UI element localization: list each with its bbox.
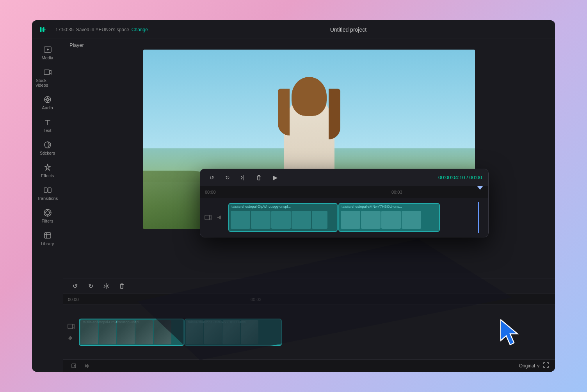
stickers-icon <box>43 141 52 149</box>
top-bar: 17:50:35 Saved in YEUNG's space Change U… <box>32 20 555 39</box>
sidebar-item-library[interactable]: Library <box>34 228 61 249</box>
sidebar-label-media: Media <box>42 55 53 60</box>
undo-button[interactable]: ↺ <box>69 281 80 292</box>
popup-play-button[interactable]: ▶ <box>269 171 281 184</box>
svg-rect-5 <box>44 70 50 75</box>
track-audio-icon[interactable] <box>66 333 76 343</box>
popup-track-area: taisiia-shestopal-DtpWrrcusgg-unspl... t… <box>200 198 488 237</box>
sidebar-item-media[interactable]: Media <box>34 42 61 63</box>
svg-rect-11 <box>44 188 47 192</box>
sidebar-label-filters: Filters <box>42 219 53 223</box>
svg-marker-4 <box>47 48 49 51</box>
svg-point-14 <box>46 211 50 215</box>
popup-clip-2[interactable]: taisiia-shestopal-sMNwY7HBI0U-uns... <box>338 203 440 232</box>
cursor-arrow <box>500 319 524 348</box>
sidebar-label-transitions: Transitions <box>37 196 58 201</box>
split-button[interactable] <box>101 281 112 292</box>
sidebar-item-stickers[interactable]: Stickers <box>34 137 61 159</box>
redo-button[interactable]: ↻ <box>85 281 96 292</box>
sidebar-item-stock-videos[interactable]: Stock videos <box>34 65 61 91</box>
popup-clip-1[interactable]: taisiia-shestopal-DtpWrrcusgg-unspl... <box>228 203 338 232</box>
audio-icon <box>43 95 52 104</box>
save-status-text: Saved in YEUNG's space <box>76 27 129 32</box>
sidebar-label-effects: Effects <box>41 173 54 178</box>
svg-point-7 <box>46 98 49 101</box>
popup-clip1-label: taisiia-shestopal-DtpWrrcusgg-unspl... <box>229 204 331 209</box>
popup-delete-button[interactable] <box>253 172 264 183</box>
popup-split-button[interactable] <box>238 172 249 183</box>
sidebar: Media Stock videos Audio <box>32 39 63 372</box>
track-controls <box>66 322 76 343</box>
fullscreen-button[interactable] <box>543 362 549 369</box>
popup-playhead-top <box>477 186 483 190</box>
popup-ruler-mark2: 00:03 <box>391 190 402 194</box>
svg-rect-24 <box>68 324 73 329</box>
ruler-mark-1: 00:00 <box>68 297 79 302</box>
popup-track: taisiia-shestopal-DtpWrrcusgg-unspl... t… <box>228 202 485 233</box>
popup-track-video-icon <box>203 213 213 222</box>
filters-icon <box>43 208 52 217</box>
original-text: Original <box>519 363 535 369</box>
save-status: 17:50:35 Saved in YEUNG's space Change <box>55 27 148 32</box>
sidebar-item-effects[interactable]: Effects <box>34 160 61 181</box>
sidebar-label-stock: Stock videos <box>36 78 59 87</box>
svg-line-22 <box>107 285 109 286</box>
bottom-bar: Original ∨ <box>63 359 555 372</box>
library-icon <box>43 231 52 240</box>
sidebar-item-audio[interactable]: Audio <box>34 92 61 113</box>
player-label: Player <box>63 39 555 50</box>
clip-1-thumbnails <box>80 319 172 345</box>
popup-toolbar: ↺ ↻ ▶ 00:00:04:10 / 00:00 <box>200 169 488 186</box>
timeline-content: taisiia-shestopal-DtpWrrcusgg-unspl... <box>63 305 555 359</box>
sidebar-item-text[interactable]: Text <box>34 115 61 136</box>
player-section: Player <box>63 39 555 278</box>
svg-line-23 <box>107 286 109 288</box>
svg-rect-16 <box>44 233 51 238</box>
sidebar-item-transitions[interactable]: Transitions <box>34 183 61 204</box>
popup-current-time: 00:00:04:10 <box>438 175 465 180</box>
timeline-section: 00:00 00:03 <box>63 294 555 372</box>
change-link[interactable]: Change <box>132 27 148 32</box>
text-icon <box>43 118 52 127</box>
popup-track-audio-icon[interactable] <box>216 213 225 222</box>
popup-time: 00:00:04:10 / 00:00 <box>438 175 482 180</box>
timestamp: 17:50:35 <box>55 27 74 32</box>
player-container <box>63 50 555 278</box>
sidebar-label-stickers: Stickers <box>40 151 55 155</box>
popup-ruler: 00:00 00:03 <box>200 186 488 198</box>
svg-line-29 <box>241 178 242 179</box>
bottom-bar-btn-2[interactable] <box>82 361 91 371</box>
project-title: Untitled project <box>148 27 549 33</box>
popup-playhead-line <box>478 202 479 233</box>
media-icon <box>43 45 52 54</box>
svg-marker-31 <box>500 319 518 345</box>
effects-icon <box>43 163 52 172</box>
stock-videos-icon <box>43 68 52 77</box>
popup-total-time: 00:00 <box>469 175 482 180</box>
timeline-ruler: 00:00 00:03 <box>63 294 555 305</box>
original-label[interactable]: Original ∨ <box>519 363 540 369</box>
popup-clip2-label: taisiia-shestopal-sMNwY7HBI0U-uns... <box>339 204 439 209</box>
bottom-bar-btn-1[interactable] <box>69 361 79 371</box>
track-area: taisiia-shestopal-DtpWrrcusgg-unspl... <box>79 317 552 348</box>
svg-line-28 <box>241 176 242 178</box>
svg-line-21 <box>104 286 105 288</box>
svg-rect-12 <box>48 188 51 192</box>
sidebar-label-library: Library <box>41 241 54 246</box>
popup-redo-button[interactable]: ↻ <box>222 172 233 183</box>
app-window: 17:50:35 Saved in YEUNG's space Change U… <box>32 20 555 372</box>
timeline-toolbar: ↺ ↻ <box>63 278 555 294</box>
svg-rect-30 <box>205 215 210 220</box>
delete-button[interactable] <box>116 281 127 292</box>
logo-icon <box>38 24 49 35</box>
transitions-icon <box>43 186 52 194</box>
chevron-down-icon: ∨ <box>537 363 540 369</box>
track-clip-2[interactable]: taisiia-shestopal-sMNwY7HBI0U-uns... <box>184 319 282 346</box>
zoom-popup: ↺ ↻ ▶ 00:00:04:10 / 00:00 <box>200 169 489 237</box>
track-clip-1[interactable]: taisiia-shestopal-DtpWrrcusgg-unspl... <box>79 319 184 346</box>
ruler-mark-2: 00:03 <box>251 297 261 302</box>
sidebar-label-audio: Audio <box>42 105 53 110</box>
svg-line-20 <box>104 285 105 286</box>
popup-undo-button[interactable]: ↺ <box>206 172 217 183</box>
sidebar-item-filters[interactable]: Filters <box>34 205 61 226</box>
